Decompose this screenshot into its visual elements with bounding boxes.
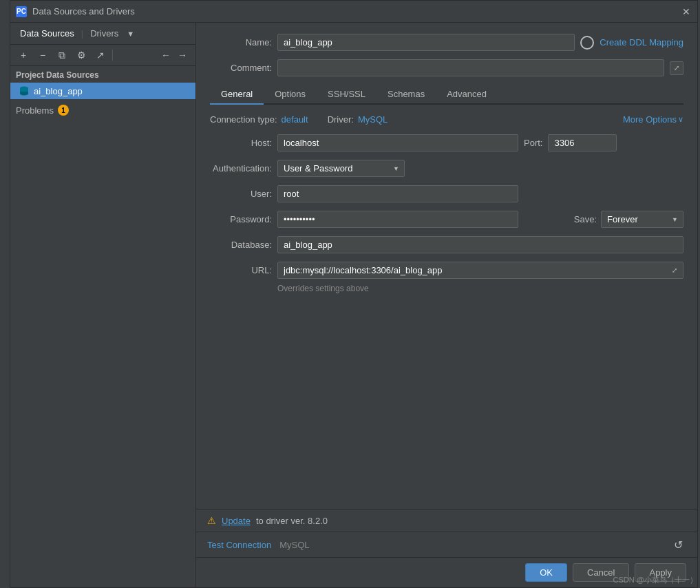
warning-icon: ⚠ — [207, 515, 216, 526]
sidebar-tab-drivers[interactable]: Drivers — [86, 27, 123, 40]
test-connection-button[interactable]: Test Connection — [207, 540, 271, 550]
overrides-text: Overrides settings above — [210, 284, 369, 293]
project-datasources-header: Project Data Sources — [10, 66, 195, 83]
test-connection-bar: Test Connection MySQL ↺ — [196, 532, 697, 557]
comment-input[interactable] — [277, 59, 664, 76]
url-input-wrapper: ⤢ — [277, 262, 683, 279]
driver-value[interactable]: MySQL — [358, 114, 388, 125]
tabs-bar: General Options SSH/SSL Schemas Advanced — [210, 85, 683, 105]
title-bar: PC Data Sources and Drivers ✕ — [10, 1, 697, 23]
right-panel: Name: Create DDL Mapping Comment: ⤢ Gene… — [196, 23, 697, 587]
export-button[interactable]: ↗ — [93, 48, 108, 63]
url-label: URL: — [210, 265, 272, 275]
password-input[interactable] — [277, 211, 518, 228]
watermark: CSDN @小菜鸟（十一） — [613, 575, 697, 585]
dialog-datasources: PC Data Sources and Drivers ✕ Data Sourc… — [10, 0, 698, 588]
url-row: URL: ⤢ Overrides settings above — [210, 262, 683, 293]
datasource-item-ai-blog-app[interactable]: ai_blog_app — [10, 83, 195, 99]
host-row: Host: Port: — [210, 134, 683, 151]
forward-button[interactable]: → — [175, 48, 190, 63]
user-row: User: — [210, 185, 683, 202]
copy-datasource-button[interactable]: ⧉ — [54, 48, 70, 63]
port-label: Port: — [524, 138, 542, 148]
auth-label: Authentication: — [210, 163, 272, 174]
comment-expand-button[interactable]: ⤢ — [670, 61, 683, 75]
url-expand-button[interactable]: ⤢ — [668, 264, 681, 277]
close-button[interactable]: ✕ — [681, 6, 692, 17]
name-circle-icon — [580, 36, 594, 50]
tab-sshssl[interactable]: SSH/SSL — [317, 85, 376, 105]
database-row: Database: — [210, 236, 683, 253]
update-bar: ⚠ Update to driver ver. 8.2.0 — [196, 509, 697, 532]
conn-type-value[interactable]: default — [282, 114, 308, 125]
host-input[interactable] — [277, 134, 518, 151]
toolbar-nav: ← → — [158, 48, 190, 63]
sidebar-tabs-bar: Data Sources | Drivers ▼ — [10, 23, 195, 45]
port-input[interactable] — [548, 134, 617, 151]
problems-label-text: Problems — [16, 105, 54, 116]
svg-point-4 — [20, 92, 28, 96]
user-input[interactable] — [277, 185, 518, 202]
form-area: Name: Create DDL Mapping Comment: ⤢ Gene… — [196, 23, 697, 509]
dialog-title: Data Sources and Drivers — [32, 6, 681, 17]
conn-type-label: Connection type: — [210, 114, 277, 125]
auth-select[interactable]: User & Password No auth pgpass SSH SSL — [277, 160, 405, 177]
database-label: Database: — [210, 240, 272, 250]
more-options-button[interactable]: More Options ∨ — [623, 114, 683, 125]
datasource-icon — [19, 85, 30, 96]
remove-datasource-button[interactable]: − — [35, 48, 50, 63]
password-row: Password: Save: Forever Until restart Ne… — [210, 211, 683, 228]
problems-toggle[interactable]: Problems 1 — [16, 105, 190, 116]
sidebar: Data Sources | Drivers ▼ + − ⧉ ⚙ ↗ ← → P… — [10, 23, 196, 587]
update-link[interactable]: Update — [222, 516, 251, 526]
user-label: User: — [210, 189, 272, 199]
name-label: Name: — [210, 37, 272, 48]
tab-options[interactable]: Options — [264, 85, 317, 105]
problems-section: Problems 1 — [10, 99, 195, 118]
auth-select-wrapper: User & Password No auth pgpass SSH SSL — [277, 160, 405, 177]
tab-general[interactable]: General — [210, 85, 264, 105]
comment-row: Comment: ⤢ — [210, 59, 683, 76]
problems-badge: 1 — [58, 105, 69, 116]
refresh-button[interactable]: ↺ — [670, 536, 686, 553]
url-input[interactable] — [277, 262, 683, 279]
dialog-body: Data Sources | Drivers ▼ + − ⧉ ⚙ ↗ ← → P… — [10, 23, 697, 587]
database-input[interactable] — [277, 236, 683, 253]
tab-advanced[interactable]: Advanced — [436, 85, 498, 105]
test-mysql-label: MySQL — [279, 540, 309, 550]
name-row: Name: Create DDL Mapping — [210, 34, 683, 51]
connection-info-bar: Connection type: default Driver: MySQL M… — [210, 114, 683, 125]
name-input[interactable] — [277, 34, 575, 51]
ok-button[interactable]: OK — [525, 563, 567, 582]
sidebar-dropdown-icon[interactable]: ▼ — [127, 30, 134, 38]
comment-label: Comment: — [210, 63, 272, 73]
add-datasource-button[interactable]: + — [16, 48, 31, 63]
password-label: Password: — [210, 214, 272, 224]
save-label: Save: — [574, 214, 597, 224]
create-ddl-link[interactable]: Create DDL Mapping — [600, 37, 683, 48]
toolbar-divider — [112, 50, 113, 61]
settings-button[interactable]: ⚙ — [74, 48, 89, 63]
sidebar-toolbar: + − ⧉ ⚙ ↗ ← → — [10, 45, 195, 66]
back-button[interactable]: ← — [158, 48, 173, 63]
save-select[interactable]: Forever Until restart Never — [601, 211, 683, 228]
auth-row: Authentication: User & Password No auth … — [210, 160, 683, 177]
save-select-wrapper: Forever Until restart Never — [601, 211, 683, 228]
tab-divider: | — [81, 28, 83, 39]
datasource-label: ai_blog_app — [34, 86, 83, 96]
tab-schemas[interactable]: Schemas — [376, 85, 436, 105]
host-label: Host: — [210, 138, 272, 148]
driver-label: Driver: — [328, 114, 354, 125]
update-text: to driver ver. 8.2.0 — [256, 516, 328, 526]
sidebar-tab-datasources[interactable]: Data Sources — [16, 27, 78, 40]
app-icon: PC — [16, 6, 27, 17]
